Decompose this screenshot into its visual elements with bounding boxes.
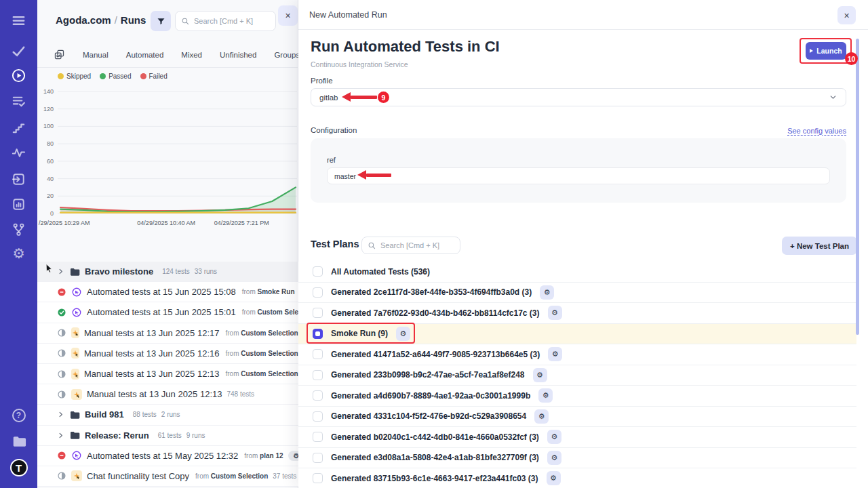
chart-legend: SkippedPassedFailed [58,73,167,80]
tab-mixed[interactable]: Mixed [181,51,202,59]
tab-unfinished[interactable]: Unfinished [220,51,256,59]
svg-text:20: 20 [47,192,54,199]
status-partial-icon [57,369,66,379]
sidebar-item-import[interactable] [0,170,37,188]
test-plan-checkbox[interactable] [313,287,323,298]
test-plan-row[interactable]: Generated 7a76f022-93d0-434b-b462-bb8114… [298,303,856,324]
breadcrumb-project[interactable]: Agoda.com [56,14,111,26]
chevron-right-icon[interactable] [57,432,64,439]
automated-run-icon [71,287,82,298]
run-row[interactable]: Chat functinality test Copyfrom Custom S… [37,466,298,487]
ref-label: ref [327,156,336,164]
test-plan-label: Generated 41471a52-a644-49f7-9085-923713… [331,350,540,359]
test-plan-settings-button[interactable]: ⚙ [534,409,549,424]
run-row[interactable]: Manual tests at 13 Jun 2025 12:13from Cu… [37,364,298,384]
test-plan-settings-button[interactable]: ⚙ [547,471,561,485]
test-plan-settings-button[interactable]: ⚙ [396,327,410,341]
test-plan-row[interactable]: Generated e3d08a1a-5808-42e4-a1ab-81bfe3… [298,448,856,469]
sidebar-item-gear[interactable]: ⚙ [0,245,37,262]
run-source: from Custom Selection [195,472,268,480]
test-plan-row[interactable]: Generated a4d690b7-8889-4ae1-92aa-0c3001… [298,386,856,407]
test-plan-checkbox[interactable] [313,432,323,442]
test-plan-checkbox[interactable] [313,370,323,380]
modal-scrollbar[interactable] [856,39,859,335]
svg-text:120: 120 [43,106,54,113]
app-sidebar: ⚙?T [0,0,37,488]
tab-groups[interactable]: Groups [274,51,300,59]
test-plan-settings-button[interactable]: ⚙ [547,430,561,444]
sidebar-item-activity[interactable] [0,144,37,161]
profile-label: Profile [311,77,333,85]
modal-close-button[interactable]: × [837,6,856,24]
run-row[interactable]: Manual tests at 13 Jun 2025 12:17from Cu… [37,323,298,344]
run-folder-row[interactable]: Build 98188 tests2 runs [37,405,298,425]
sidebar-item-git-branch[interactable] [0,220,37,238]
test-plan-settings-button[interactable]: ⚙ [548,347,562,361]
left-panel-close-button[interactable]: × [278,5,298,26]
copy-check-icon[interactable] [54,49,65,60]
test-plan-settings-button[interactable]: ⚙ [547,451,561,465]
test-plans-search-input[interactable] [380,241,454,249]
ref-input[interactable] [327,167,830,184]
test-plan-checkbox[interactable] [313,349,323,359]
legend-item-failed: Failed [140,73,167,80]
test-plan-row[interactable]: Generated 233b0998-b9c2-47ae-a5cf-7ea1af… [298,365,856,386]
launch-button[interactable]: Launch [806,42,846,60]
test-plan-checkbox[interactable] [313,473,323,483]
run-row[interactable]: Manual tests at 13 Jun 2025 12:16from Cu… [37,344,298,364]
test-plan-checkbox[interactable] [313,308,323,318]
sidebar-item-logo[interactable]: T [0,458,37,477]
chevron-right-icon[interactable] [57,411,64,418]
run-title: Manual tests at 13 Jun 2025 12:16 [84,348,219,359]
run-folder-row[interactable]: Bravo milestone124 tests33 runs [37,262,298,282]
test-plan-row[interactable]: Generated 4331c104-f5f2-476e-b92d-c529a3… [298,407,856,428]
test-plan-settings-button[interactable]: ⚙ [538,388,553,403]
profile-select[interactable]: gitlab [311,88,846,106]
see-config-values-link[interactable]: See config values [787,127,846,135]
test-plan-settings-button[interactable]: ⚙ [533,368,547,382]
test-plan-row[interactable]: Generated b02040c1-c442-4db0-841e-4660a0… [298,427,856,448]
configuration-box: ref [311,138,846,203]
test-plan-checkbox[interactable] [313,390,323,401]
launch-button-label: Launch [816,47,842,55]
test-plan-settings-button[interactable]: ⚙ [548,306,562,320]
sidebar-item-check[interactable] [0,42,37,60]
run-title: Chat functinality test Copy [87,471,189,481]
sidebar-item-help[interactable]: ? [0,407,37,424]
new-automated-run-modal: New Automated Run × Run Automated Tests … [298,0,868,488]
run-row[interactable]: Automated tests at 15 May 2025 12:32from… [37,446,298,466]
filter-button[interactable] [151,11,171,31]
test-plan-row[interactable]: Generated 83715b93-6c1e-4663-9417-ef23a4… [298,468,856,488]
tab-manual[interactable]: Manual [83,51,108,59]
sidebar-item-list-check[interactable] [0,92,37,110]
run-row[interactable]: Automated tests at 15 Jun 2025 15:01from… [37,302,298,323]
test-plan-settings-button[interactable]: ⚙ [540,285,554,300]
sidebar-item-steps[interactable] [0,119,37,136]
sidebar-item-menu[interactable] [0,12,37,29]
sidebar-item-projects[interactable] [0,432,37,450]
new-test-plan-button[interactable]: + New Test Plan [782,237,857,255]
run-row[interactable]: Automated tests at 15 Jun 2025 15:08from… [37,282,298,302]
test-plan-checkbox[interactable] [313,411,323,422]
test-plan-checkbox[interactable] [313,453,323,463]
test-plan-row[interactable]: Smoke Run (9)⚙ [298,324,856,345]
folder-tests-count: 124 tests [162,268,190,275]
runs-search-input[interactable] [194,17,270,25]
configuration-label: Configuration [311,126,357,134]
run-folder-row[interactable]: Release: Rerun61 tests9 runs [37,426,298,446]
run-row[interactable]: Manual tests at 13 Jun 2025 12:13748 tes… [37,384,298,405]
funnel-icon [156,16,166,26]
run-test-badge[interactable]: ⚙test [288,451,298,461]
test-plan-row[interactable]: All Automated Tests (536) [298,262,856,283]
test-plan-row[interactable]: Generated 2ce11f7d-38ef-44fe-b353-4f694f… [298,283,856,304]
test-plan-row[interactable]: Generated 41471a52-a644-49f7-9085-923713… [298,344,856,365]
test-plan-checkbox[interactable] [313,329,323,339]
sidebar-item-play-circle[interactable] [0,66,37,84]
activity-icon [11,145,26,161]
tab-automated[interactable]: Automated [126,51,164,59]
folder-tests-count: 61 tests [158,432,182,439]
test-plan-checkbox[interactable] [313,266,323,277]
chevron-right-icon[interactable] [57,268,64,275]
sidebar-item-bar-chart[interactable] [0,195,37,213]
status-passed-icon [57,308,66,317]
